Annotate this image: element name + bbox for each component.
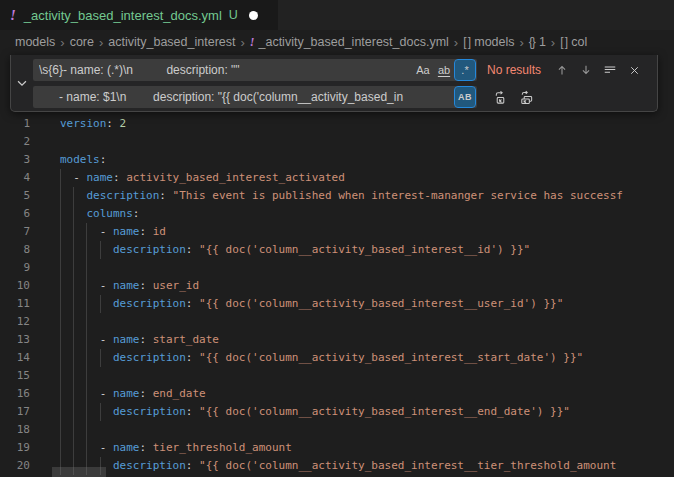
- breadcrumb-item[interactable]: {}1: [529, 35, 546, 49]
- code-text[interactable]: description: "{{ doc('column__activity_b…: [60, 241, 674, 259]
- code-line[interactable]: 2: [0, 133, 674, 151]
- code-text[interactable]: description: "{{ doc('column__activity_b…: [60, 403, 674, 421]
- next-match-button[interactable]: [575, 59, 597, 81]
- code-line[interactable]: 12: [0, 313, 674, 331]
- find-input-box: Aa ab .*: [33, 59, 477, 81]
- line-number[interactable]: 16: [0, 385, 30, 403]
- toggle-replace-button[interactable]: [11, 55, 33, 111]
- line-number[interactable]: 8: [0, 241, 30, 259]
- breadcrumb-item[interactable]: [ ]models: [463, 35, 514, 49]
- breadcrumb-separator-icon: ›: [60, 35, 64, 50]
- code-text[interactable]: models:: [60, 151, 674, 169]
- unsaved-changes-dot[interactable]: [249, 11, 258, 20]
- line-number[interactable]: 18: [0, 421, 30, 439]
- code-text[interactable]: - name: start_date: [60, 331, 674, 349]
- replace-button[interactable]: [489, 86, 511, 108]
- code-text[interactable]: version: 2: [60, 115, 674, 133]
- code-text[interactable]: [60, 259, 674, 277]
- breadcrumb-item-label: _activity_based_interest_docs.yml: [258, 35, 448, 49]
- breadcrumb-item[interactable]: models: [15, 35, 55, 49]
- code-text[interactable]: [60, 133, 674, 151]
- code-line[interactable]: 17 description: "{{ doc('column__activit…: [0, 403, 674, 421]
- breadcrumb-item[interactable]: !_activity_based_interest_docs.yml: [250, 35, 449, 50]
- line-number[interactable]: 6: [0, 205, 30, 223]
- indent-guide: [86, 385, 87, 403]
- breadcrumb-item[interactable]: activity_based_interest: [108, 35, 235, 49]
- indent-guide: [60, 403, 61, 421]
- line-number[interactable]: 20: [0, 457, 30, 475]
- code-line[interactable]: 11 description: "{{ doc('column__activit…: [0, 295, 674, 313]
- code-text[interactable]: description: "This event is published wh…: [60, 187, 674, 205]
- line-number[interactable]: 7: [0, 223, 30, 241]
- indent-guide: [86, 241, 87, 259]
- line-number[interactable]: 5: [0, 187, 30, 205]
- line-number[interactable]: 15: [0, 367, 30, 385]
- editor-pane[interactable]: 1version: 223models:4 - name: activity_b…: [0, 54, 674, 477]
- previous-match-button[interactable]: [551, 59, 573, 81]
- line-number[interactable]: 9: [0, 259, 30, 277]
- code-line[interactable]: 5 description: "This event is published …: [0, 187, 674, 205]
- find-in-selection-button[interactable]: [599, 59, 621, 81]
- indent-guide: [73, 385, 74, 403]
- indent-guide: [73, 277, 74, 295]
- line-number[interactable]: 13: [0, 331, 30, 349]
- replace-input[interactable]: [33, 86, 454, 108]
- code-text[interactable]: - name: activity_based_interest_activate…: [60, 169, 674, 187]
- code-text[interactable]: description: "{{ doc('column__activity_b…: [60, 457, 674, 475]
- code-text[interactable]: [60, 313, 674, 331]
- whole-word-toggle[interactable]: ab: [434, 60, 454, 80]
- code-text[interactable]: - name: user_id: [60, 277, 674, 295]
- breadcrumb-item[interactable]: [ ]col: [560, 35, 587, 49]
- breadcrumb-item[interactable]: core: [70, 35, 94, 49]
- code-line[interactable]: 16 - name: end_date: [0, 385, 674, 403]
- code-text[interactable]: - name: tier_threshold_amount: [60, 439, 674, 457]
- line-number[interactable]: 11: [0, 295, 30, 313]
- code-line[interactable]: 7 - name: id: [0, 223, 674, 241]
- code-line[interactable]: 6 columns:: [0, 205, 674, 223]
- code-text[interactable]: - name: id: [60, 223, 674, 241]
- code-line[interactable]: 1version: 2: [0, 115, 674, 133]
- indent-guide: [60, 187, 61, 205]
- code-text[interactable]: columns:: [60, 205, 674, 223]
- object-symbol-icon: {}: [529, 35, 535, 49]
- line-number[interactable]: 19: [0, 439, 30, 457]
- find-input[interactable]: [33, 59, 412, 81]
- editor-tab[interactable]: ! _activity_based_interest_docs.yml U: [0, 0, 278, 30]
- code-text[interactable]: - name: end_date: [60, 385, 674, 403]
- line-number[interactable]: 12: [0, 313, 30, 331]
- tab-bar: ! _activity_based_interest_docs.yml U: [0, 0, 674, 30]
- code-line[interactable]: 10 - name: user_id: [0, 277, 674, 295]
- line-number[interactable]: 17: [0, 403, 30, 421]
- line-number[interactable]: 3: [0, 151, 30, 169]
- preserve-case-toggle[interactable]: AB: [455, 87, 475, 107]
- line-number[interactable]: 4: [0, 169, 30, 187]
- code-line[interactable]: 4 - name: activity_based_interest_activa…: [0, 169, 674, 187]
- code-line[interactable]: 9: [0, 259, 674, 277]
- line-number[interactable]: 2: [0, 133, 30, 151]
- code-line[interactable]: 3models:: [0, 151, 674, 169]
- replace-input-box: AB: [33, 86, 477, 108]
- match-case-toggle[interactable]: Aa: [413, 60, 433, 80]
- breadcrumb-item-label: 1: [539, 35, 546, 49]
- indent-guide: [60, 421, 61, 439]
- line-number[interactable]: 14: [0, 349, 30, 367]
- code-line[interactable]: 13 - name: start_date: [0, 331, 674, 349]
- indent-guide: [73, 187, 74, 205]
- code-line[interactable]: 8 description: "{{ doc('column__activity…: [0, 241, 674, 259]
- code-line[interactable]: 15: [0, 367, 674, 385]
- code-line[interactable]: 19 - name: tier_threshold_amount: [0, 439, 674, 457]
- code-text[interactable]: description: "{{ doc('column__activity_b…: [60, 349, 674, 367]
- close-find-button[interactable]: [623, 59, 645, 81]
- code-text[interactable]: [60, 367, 674, 385]
- code-text[interactable]: [60, 421, 674, 439]
- find-row: Aa ab .* No results: [33, 59, 653, 81]
- replace-all-button[interactable]: [515, 86, 537, 108]
- code-line[interactable]: 18: [0, 421, 674, 439]
- code-line[interactable]: 14 description: "{{ doc('column__activit…: [0, 349, 674, 367]
- code-text[interactable]: description: "{{ doc('column__activity_b…: [60, 295, 674, 313]
- regex-toggle[interactable]: .*: [455, 60, 475, 80]
- horizontal-scrollbar[interactable]: [52, 467, 106, 477]
- line-number[interactable]: 10: [0, 277, 30, 295]
- find-replace-widget: Aa ab .* No results: [10, 55, 658, 112]
- line-number[interactable]: 1: [0, 115, 30, 133]
